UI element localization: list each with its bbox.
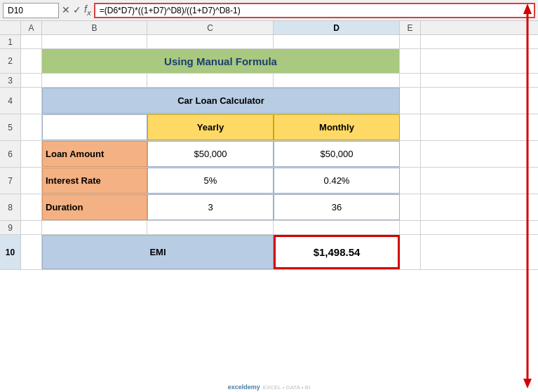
formula-input[interactable]: =(D6*D7)*((1+D7)^D8)/((1+D7)^D8-1) — [94, 3, 535, 18]
cell-ref-text: D10 — [8, 6, 23, 15]
row-num-10: 10 — [0, 235, 21, 269]
cell-d5-monthly[interactable]: Monthly — [274, 114, 400, 140]
emi-value-cell[interactable]: $1,498.54 — [274, 235, 400, 269]
cell-a3[interactable] — [21, 74, 42, 87]
watermark-logo: exceldemy — [228, 384, 260, 391]
cell-e7[interactable] — [400, 168, 421, 194]
cancel-icon[interactable]: ✕ — [62, 4, 70, 15]
emi-label-text: EMI — [149, 247, 166, 257]
row-num-8: 8 — [0, 194, 21, 220]
cell-b6-loan-amount[interactable]: Loan Amount — [42, 141, 147, 167]
monthly-header: Monthly — [319, 122, 354, 133]
cell-a2[interactable] — [21, 49, 42, 73]
table-header-cell[interactable]: Car Loan Calculator — [42, 88, 400, 114]
col-header-a[interactable]: A — [21, 21, 42, 34]
row-10: 10 EMI $1,498.54 — [0, 235, 538, 270]
cell-c6-yearly-loan[interactable]: $50,000 — [147, 141, 274, 167]
corner-spacer — [0, 21, 21, 34]
cell-c8-yearly-dur[interactable]: 3 — [147, 194, 274, 220]
row-7: 7 Interest Rate 5% 0.42% — [0, 168, 538, 194]
cell-d1[interactable] — [274, 35, 400, 48]
confirm-icon[interactable]: ✓ — [73, 4, 81, 15]
duration-yearly-value: 3 — [208, 202, 213, 212]
cell-c3[interactable] — [147, 74, 274, 87]
row-1: 1 — [0, 35, 538, 49]
svg-marker-2 — [523, 379, 532, 388]
loan-monthly-value: $50,000 — [321, 149, 354, 159]
cell-b9[interactable] — [42, 221, 147, 234]
cell-b5[interactable] — [42, 114, 147, 140]
row-9: 9 — [0, 221, 538, 235]
cell-e10[interactable] — [400, 235, 421, 269]
rate-yearly-value: 5% — [204, 175, 217, 186]
cell-c5-yearly[interactable]: Yearly — [147, 114, 274, 140]
cell-c1[interactable] — [147, 35, 274, 48]
cell-reference-box[interactable]: D10 — [3, 3, 59, 18]
cell-d6-monthly-loan[interactable]: $50,000 — [274, 141, 400, 167]
row-4: 4 Car Loan Calculator — [0, 88, 538, 114]
cell-a9[interactable] — [21, 221, 42, 234]
cell-a6[interactable] — [21, 141, 42, 167]
watermark-subtext: EXCEL • DATA • BI — [263, 384, 311, 391]
title-text: Using Manual Formula — [164, 55, 277, 67]
interest-rate-label: Interest Rate — [46, 175, 101, 186]
cell-d3[interactable] — [274, 74, 400, 87]
formula-text: =(D6*D7)*((1+D7)^D8)/((1+D7)^D8-1) — [100, 6, 241, 15]
cell-c9[interactable] — [147, 221, 274, 234]
row-5: 5 Yearly Monthly — [0, 114, 538, 141]
cell-a4[interactable] — [21, 88, 42, 114]
col-header-c[interactable]: C — [147, 21, 274, 34]
duration-label: Duration — [46, 202, 83, 212]
col-header-b[interactable]: B — [42, 21, 147, 34]
cell-a5[interactable] — [21, 114, 42, 140]
fx-icon[interactable]: fx — [84, 4, 91, 17]
title-cell[interactable]: Using Manual Formula — [42, 49, 400, 73]
col-header-e[interactable]: E — [400, 21, 421, 34]
row-num-1: 1 — [0, 35, 21, 48]
formula-bar: D10 ✕ ✓ fx =(D6*D7)*((1+D7)^D8)/((1+D7)^… — [0, 0, 538, 21]
row-8: 8 Duration 3 36 — [0, 194, 538, 221]
row-num-7: 7 — [0, 168, 21, 194]
row-num-6: 6 — [0, 141, 21, 167]
cell-e6[interactable] — [400, 141, 421, 167]
col-header-d[interactable]: D — [274, 21, 400, 34]
cell-e5[interactable] — [400, 114, 421, 140]
emi-value-text: $1,498.54 — [314, 246, 361, 258]
row-3: 3 — [0, 74, 538, 88]
row-num-4: 4 — [0, 88, 21, 114]
yearly-header: Yearly — [197, 122, 224, 133]
duration-monthly-value: 36 — [332, 202, 342, 212]
cell-e2[interactable] — [400, 49, 421, 73]
row-num-2: 2 — [0, 49, 21, 73]
cell-a8[interactable] — [21, 194, 42, 220]
cell-d8-monthly-dur[interactable]: 36 — [274, 194, 400, 220]
cell-d9[interactable] — [274, 221, 400, 234]
rate-monthly-value: 0.42% — [324, 175, 350, 186]
row-2: 2 Using Manual Formula — [0, 49, 538, 74]
loan-yearly-value: $50,000 — [194, 149, 227, 159]
row-num-9: 9 — [0, 221, 21, 234]
cell-b1[interactable] — [42, 35, 147, 48]
cell-e3[interactable] — [400, 74, 421, 87]
cell-e4[interactable] — [400, 88, 421, 114]
table-header-text: Car Loan Calculator — [177, 95, 264, 106]
column-headers: A B C D E — [0, 21, 538, 35]
watermark: exceldemy EXCEL • DATA • BI — [228, 384, 311, 391]
emi-label-cell[interactable]: EMI — [42, 235, 274, 269]
cell-b8-duration[interactable]: Duration — [42, 194, 147, 220]
cell-e9[interactable] — [400, 221, 421, 234]
row-num-3: 3 — [0, 74, 21, 87]
cell-d7-monthly-rate[interactable]: 0.42% — [274, 168, 400, 194]
cell-b7-interest-rate[interactable]: Interest Rate — [42, 168, 147, 194]
cell-a10[interactable] — [21, 235, 42, 269]
row-num-5: 5 — [0, 114, 21, 140]
cell-a1[interactable] — [21, 35, 42, 48]
cell-e1[interactable] — [400, 35, 421, 48]
spreadsheet: A B C D E 1 2 Using Manual Formula 3 — [0, 21, 538, 270]
cell-c7-yearly-rate[interactable]: 5% — [147, 168, 274, 194]
row-6: 6 Loan Amount $50,000 $50,000 — [0, 141, 538, 168]
cell-b3[interactable] — [42, 74, 147, 87]
formula-icons: ✕ ✓ fx — [62, 4, 91, 17]
cell-e8[interactable] — [400, 194, 421, 220]
cell-a7[interactable] — [21, 168, 42, 194]
